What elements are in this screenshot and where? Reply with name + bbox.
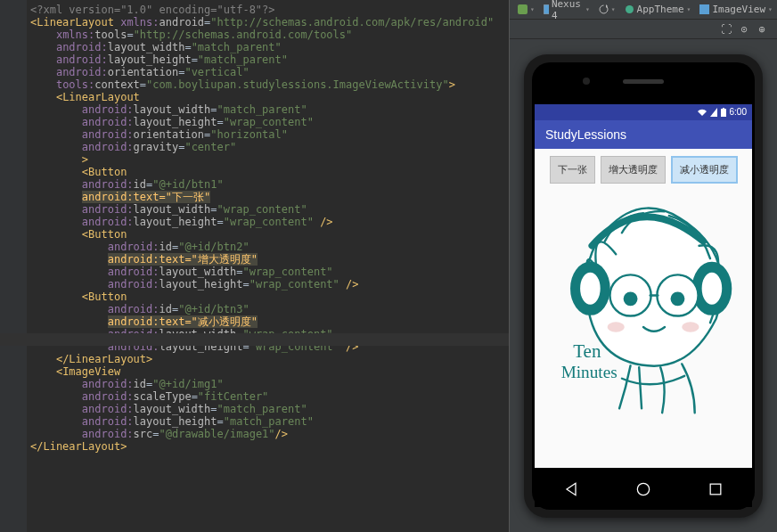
svg-rect-1 (544, 4, 549, 14)
theme-icon (625, 4, 634, 14)
wifi-icon (698, 108, 707, 117)
svg-point-2 (626, 5, 634, 13)
code-content[interactable]: <?xml version="1.0" encoding="utf-8"?> <… (0, 0, 509, 456)
svg-rect-0 (518, 4, 528, 14)
btn-next[interactable]: 下一张 (550, 156, 595, 184)
code-editor[interactable]: <?xml version="1.0" encoding="utf-8"?> <… (0, 0, 510, 532)
palette-icon (518, 4, 528, 14)
nav-back-icon[interactable] (562, 480, 580, 498)
nav-home-icon[interactable] (634, 480, 652, 498)
signal-icon (710, 108, 717, 117)
zoom-in-icon[interactable]: ⊕ (756, 23, 768, 36)
svg-point-12 (579, 271, 601, 305)
chibi-headphones-image: Ten Minutes (538, 194, 748, 417)
svg-point-22 (637, 483, 649, 495)
svg-point-20 (608, 322, 625, 332)
svg-point-21 (682, 322, 699, 332)
preview-toolbar: ▾ Nexus 4▾ ▾ AppTheme▾ ImageView▾ ▾ 23▾ (510, 0, 777, 20)
app-title: StudyLessions (545, 127, 626, 142)
device-preview-area: 6:00 StudyLessions 下一张 增大透明度 减小透明度 (510, 39, 777, 532)
svg-rect-10 (723, 108, 724, 109)
image-text-ten: Ten (573, 340, 601, 361)
image-view: Ten Minutes (535, 191, 752, 413)
phone-speaker (623, 79, 664, 84)
svg-point-19 (672, 292, 683, 304)
preview-panel: ▾ Nexus 4▾ ▾ AppTheme▾ ImageView▾ ▾ 23▾ … (510, 0, 777, 532)
btn-increase-alpha[interactable]: 增大透明度 (601, 156, 666, 184)
phone-frame: 6:00 StudyLessions 下一张 增大透明度 减小透明度 (524, 54, 763, 518)
view-icon (699, 4, 709, 14)
svg-rect-9 (721, 109, 726, 117)
svg-point-18 (625, 292, 636, 304)
app-bar: StudyLessions (535, 120, 752, 149)
button-row: 下一张 增大透明度 减小透明度 (535, 149, 752, 191)
status-bar: 6:00 (535, 104, 752, 120)
zoom-actual-icon[interactable]: ⊙ (738, 23, 750, 36)
zoom-toolbar: ⛶ ⊙ ⊕ (510, 20, 777, 39)
status-time: 6:00 (730, 107, 747, 117)
rotate-icon (599, 4, 609, 14)
btn-decrease-alpha[interactable]: 减小透明度 (671, 156, 738, 184)
svg-rect-23 (710, 484, 721, 495)
editor-gutter (0, 0, 27, 532)
current-line-highlight (0, 333, 509, 346)
battery-icon (721, 108, 726, 117)
android-nav-bar (535, 471, 752, 507)
zoom-fit-icon[interactable]: ⛶ (720, 23, 732, 36)
orientation-dropdown[interactable]: ▾ (596, 4, 618, 14)
palette-dropdown[interactable]: ▾ (515, 4, 537, 14)
phone-camera (583, 78, 590, 85)
device-dropdown[interactable]: Nexus 4▾ (541, 0, 593, 21)
device-icon (544, 4, 549, 14)
view-dropdown[interactable]: ImageView▾ (697, 4, 774, 15)
svg-rect-3 (699, 4, 709, 14)
theme-dropdown[interactable]: AppTheme▾ (622, 4, 694, 15)
nav-recents-icon[interactable] (707, 480, 724, 498)
phone-screen: 6:00 StudyLessions 下一张 增大透明度 减小透明度 (535, 104, 752, 468)
image-text-minutes: Minutes (561, 362, 618, 381)
svg-point-14 (700, 271, 723, 305)
